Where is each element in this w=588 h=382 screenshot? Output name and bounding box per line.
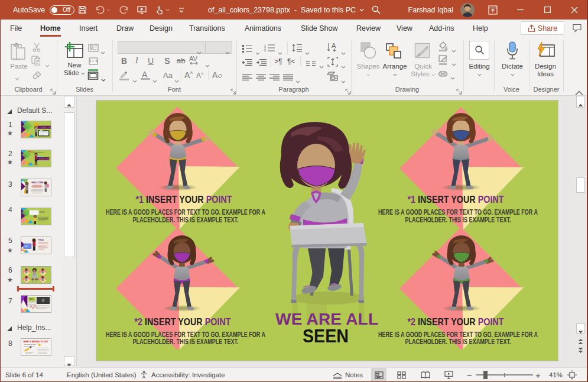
svg-text:A: A	[212, 70, 218, 80]
svg-text:Lorem ipsum: Lorem ipsum	[31, 211, 40, 213]
svg-text:AV: AV	[189, 56, 198, 62]
svg-text:WE ARE: WE ARE	[31, 279, 38, 281]
svg-text:WHAT IS NEEDED TO EDIT: WHAT IS NEEDED TO EDIT	[23, 341, 48, 343]
svg-text:PLACEHOLDER. THIS IS EXAMPLE T: PLACEHOLDER. THIS IS EXAMPLE TEXT.	[405, 216, 511, 224]
svg-text:A: A	[332, 43, 336, 49]
svg-text:*1 INSERT YOUR POINT: *1 INSERT YOUR POINT	[408, 194, 505, 205]
svg-text:*1 INSERT YOUR POINT: *1 INSERT YOUR POINT	[136, 194, 233, 205]
svg-text:YOUR LOGO: YOUR LOGO	[39, 127, 51, 129]
svg-text:TITLE: TITLE	[38, 239, 44, 241]
svg-text:3: 3	[264, 50, 266, 53]
svg-text:PLACEHOLDER. THIS IS EXAMPLE T: PLACEHOLDER. THIS IS EXAMPLE TEXT.	[133, 216, 239, 224]
svg-text:YOUR LOGO: YOUR LOGO	[38, 158, 51, 160]
svg-text:WELCOME!: WELCOME!	[31, 181, 44, 184]
svg-text:#Hi!: #Hi!	[24, 245, 28, 248]
svg-text:SEEN: SEEN	[303, 326, 349, 346]
svg-text:*2 INSERT YOUR POINT: *2 INSERT YOUR POINT	[135, 316, 232, 328]
svg-text:PLACEHOLDER. THIS IS EXAMPLE T: PLACEHOLDER. THIS IS EXAMPLE TEXT.	[133, 338, 239, 346]
svg-text:HERE IS A GOOD PLACES FOR TEXT: HERE IS A GOOD PLACES FOR TEXT TO GO. EX…	[378, 208, 538, 216]
svg-text:TITLE: TITLE	[40, 211, 44, 213]
svg-text:*2 INSERT YOUR POINT: *2 INSERT YOUR POINT	[408, 316, 505, 328]
svg-text:PLACEHOLDER. THIS IS EXAMPLE T: PLACEHOLDER. THIS IS EXAMPLE TEXT.	[405, 338, 511, 346]
svg-text:I AM AWESOME: I AM AWESOME	[33, 151, 44, 153]
svg-text:HERE IS A GOOD PLACES FOR TEXT: HERE IS A GOOD PLACES FOR TEXT TO GO. EX…	[106, 208, 265, 216]
svg-text:TEXT: TEXT	[29, 298, 34, 300]
